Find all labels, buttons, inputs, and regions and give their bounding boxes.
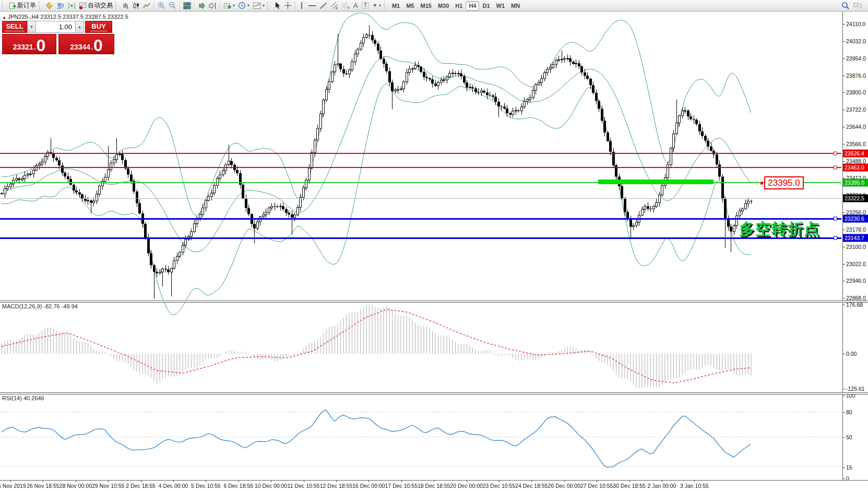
price-tick	[843, 161, 845, 162]
buy-button[interactable]: BUY	[85, 21, 112, 33]
pane-separator[interactable]	[0, 301, 868, 303]
toolbar-grip[interactable]	[39, 2, 42, 9]
autotrade-icon	[79, 2, 87, 9]
time-tick	[173, 480, 174, 482]
time-tick	[43, 480, 43, 482]
rsi-value: 40.2646	[23, 395, 44, 401]
fibonacci-button[interactable]: F	[340, 1, 352, 11]
line-anchor-icon[interactable]	[834, 152, 837, 155]
time-tick-label: 16 Dec 00:00	[352, 483, 385, 489]
support-line-23143[interactable]	[0, 237, 841, 239]
timeframe-button-h1[interactable]: H1	[452, 1, 466, 10]
chevron-down-icon: ▾	[247, 3, 249, 8]
buy-price[interactable]: 23344.0	[58, 34, 114, 54]
timeframe-button-m30[interactable]: M30	[435, 1, 452, 10]
indicators-button[interactable]: ▾	[222, 1, 236, 11]
macd-tick	[843, 389, 845, 389]
zoom-out-button[interactable]	[167, 1, 178, 11]
horizontal-line-button[interactable]	[306, 1, 318, 11]
rsi-scale-label: 50	[846, 434, 852, 440]
toolbar-grip[interactable]	[384, 2, 387, 9]
time-tick-label: 20 Dec 00:00	[450, 483, 482, 489]
diamond-button[interactable]	[44, 1, 55, 11]
zoom-in-button[interactable]	[156, 1, 167, 11]
chat-button[interactable]	[851, 1, 864, 11]
toolbar-grip[interactable]	[2, 2, 5, 9]
autotrade-button[interactable]: 自动交易	[77, 1, 114, 11]
resistance-line-23526[interactable]	[0, 153, 841, 154]
support-line-23395[interactable]	[0, 182, 841, 183]
channel-icon: E	[330, 2, 339, 9]
community-button[interactable]	[55, 1, 66, 11]
sell-button[interactable]: SELL	[2, 21, 27, 33]
time-tick	[564, 480, 565, 482]
auto-scroll-button[interactable]	[196, 1, 207, 11]
channel-button[interactable]: E	[329, 1, 340, 11]
crosshair-button[interactable]	[282, 1, 293, 11]
arrows-button[interactable]: ✦▾	[371, 1, 383, 11]
volume-increase-button[interactable]: ▲	[75, 21, 84, 33]
periods-icon	[238, 2, 246, 9]
price-tick-label: 23722.0	[846, 106, 866, 113]
time-tick-label: 17 Dec 10:55	[385, 483, 418, 489]
tile-windows-button[interactable]	[182, 1, 193, 11]
annotation-text[interactable]: 多空转折点	[739, 219, 830, 240]
cursor-button[interactable]	[272, 1, 282, 11]
price-level-callout[interactable]: 23395.0	[764, 176, 804, 189]
trendline-button[interactable]	[318, 1, 329, 11]
timeframe-button-mn[interactable]: MN	[508, 1, 523, 10]
rsi-tick	[843, 468, 845, 468]
community-icon	[56, 2, 65, 9]
sell-price[interactable]: 23321.0	[2, 34, 56, 54]
time-tick-label: 29 Nov 10:55	[92, 483, 124, 489]
line-anchor-icon[interactable]	[834, 166, 837, 170]
templates-icon	[253, 2, 261, 9]
timeframe-button-m1[interactable]: M1	[389, 1, 403, 10]
price-chart-canvas[interactable]	[0, 0, 868, 491]
bar-chart-button[interactable]	[121, 1, 131, 11]
cursor-icon	[274, 2, 281, 9]
search-button[interactable]	[840, 1, 851, 11]
candlestick-button[interactable]	[131, 1, 141, 11]
timeframe-button-h4[interactable]: H4	[466, 1, 479, 10]
timeframe-button-m15[interactable]: M15	[418, 1, 435, 10]
timeframe-button-d1[interactable]: D1	[479, 1, 493, 10]
macd-tick	[843, 305, 845, 305]
price-tick	[843, 41, 845, 42]
volume-decrease-button[interactable]: ▼	[27, 21, 36, 33]
timeframe-button-m5[interactable]: M5	[403, 1, 417, 10]
toolbar-grip[interactable]	[115, 2, 118, 9]
periods-button[interactable]: ▾	[236, 1, 251, 11]
new-order-button[interactable]: 新订单	[7, 1, 38, 11]
text-icon: A	[353, 2, 358, 9]
auto-scroll-icon	[198, 2, 206, 9]
text-button[interactable]: A	[352, 1, 360, 11]
rsi-scale-label: 80	[846, 409, 852, 415]
arrows-icon: ✦	[373, 2, 377, 9]
templates-button[interactable]: ▾	[251, 1, 266, 11]
timeframe-button-w1[interactable]: W1	[493, 1, 508, 10]
price-tick-label: 23566.0	[846, 141, 866, 147]
text-label-button[interactable]: T	[360, 1, 371, 11]
volume-input[interactable]: 1.00	[36, 21, 75, 33]
time-tick-label: 12 Dec 18:55	[320, 483, 352, 489]
resistance-line-23463[interactable]	[0, 167, 841, 168]
pane-separator[interactable]	[0, 392, 868, 394]
line-chart-button[interactable]	[141, 1, 152, 11]
toolbar-grip[interactable]	[267, 2, 270, 9]
support-zone-highlight[interactable]	[598, 179, 714, 184]
fibonacci-icon: F	[342, 2, 350, 9]
price-tick-label: 24032.0	[846, 38, 866, 44]
vertical-line-button[interactable]	[297, 1, 306, 11]
line-anchor-icon[interactable]	[834, 236, 837, 240]
signal-button[interactable]	[66, 1, 77, 11]
collapse-panel-arrow-icon[interactable]: ▴	[3, 15, 6, 20]
line-anchor-icon[interactable]	[834, 217, 837, 221]
chart-shift-button[interactable]	[207, 1, 218, 11]
time-tick	[629, 480, 630, 482]
price-tick	[843, 264, 845, 265]
rsi-scale-label: 15	[846, 464, 852, 471]
price-tick	[843, 281, 845, 281]
symbol-header: ▴JPN225-,H4 23312.5 23337.5 23287.5 2332…	[3, 14, 128, 20]
support-line-23230[interactable]	[0, 218, 841, 220]
